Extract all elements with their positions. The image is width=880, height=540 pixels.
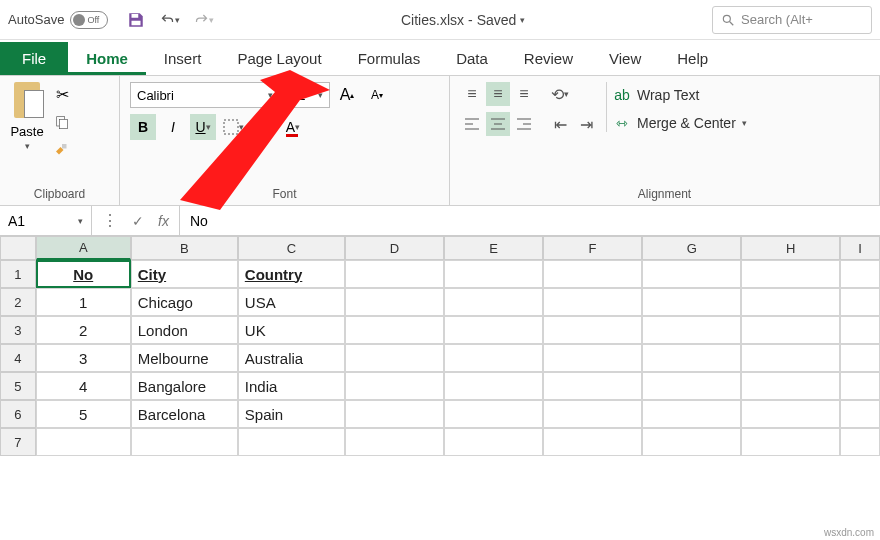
cell[interactable]: India [238, 372, 345, 400]
wrap-text-button[interactable]: ab Wrap Text [613, 86, 747, 104]
cell[interactable]: UK [238, 316, 345, 344]
paste-button[interactable]: Paste ▾ [10, 82, 44, 151]
col-head-i[interactable]: I [840, 236, 880, 260]
row-head[interactable]: 7 [0, 428, 36, 456]
cell[interactable] [345, 288, 444, 316]
cell[interactable]: USA [238, 288, 345, 316]
cell[interactable]: Barcelona [131, 400, 238, 428]
cell[interactable] [444, 260, 543, 288]
align-bottom-icon[interactable]: ≡ [512, 82, 536, 106]
cell[interactable]: Australia [238, 344, 345, 372]
cell[interactable] [543, 260, 642, 288]
increase-indent-icon[interactable]: ⇥ [574, 112, 598, 136]
col-head-a[interactable]: A [36, 236, 131, 260]
cell[interactable] [840, 316, 880, 344]
cell[interactable]: 4 [36, 372, 131, 400]
row-head[interactable]: 3 [0, 316, 36, 344]
orientation-icon[interactable]: ⟲▾ [548, 82, 572, 106]
autosave-toggle[interactable]: AutoSave Off [8, 11, 108, 29]
cell[interactable] [36, 428, 131, 456]
format-painter-icon[interactable] [52, 140, 72, 160]
tab-help[interactable]: Help [659, 42, 726, 75]
formula-input[interactable]: No [180, 213, 880, 229]
save-icon[interactable] [126, 10, 146, 30]
select-all-corner[interactable] [0, 236, 36, 260]
fx-cancel-icon[interactable]: ✓ [132, 213, 144, 229]
cell[interactable] [543, 288, 642, 316]
align-top-icon[interactable]: ≡ [460, 82, 484, 106]
undo-icon[interactable]: ▾ [160, 10, 180, 30]
cell[interactable] [741, 288, 840, 316]
tab-file[interactable]: File [0, 42, 68, 75]
cell[interactable] [741, 400, 840, 428]
grow-font-icon[interactable]: A▴ [334, 82, 360, 108]
cut-icon[interactable]: ✂ [52, 84, 72, 104]
cell[interactable] [345, 316, 444, 344]
font-color-button[interactable]: A▾ [280, 114, 306, 140]
col-head-g[interactable]: G [642, 236, 741, 260]
col-head-d[interactable]: D [345, 236, 444, 260]
cell[interactable]: Country [238, 260, 345, 288]
cell[interactable]: No [36, 260, 131, 288]
cell[interactable] [741, 428, 840, 456]
cell[interactable] [642, 316, 741, 344]
cell[interactable] [840, 288, 880, 316]
name-box[interactable]: A1 ▾ [0, 206, 92, 235]
cell[interactable] [840, 372, 880, 400]
cell[interactable] [444, 428, 543, 456]
cell[interactable]: Chicago [131, 288, 238, 316]
col-head-c[interactable]: C [238, 236, 345, 260]
decrease-indent-icon[interactable]: ⇤ [548, 112, 572, 136]
cell[interactable] [543, 372, 642, 400]
tab-review[interactable]: Review [506, 42, 591, 75]
tab-page-layout[interactable]: Page Layout [219, 42, 339, 75]
col-head-b[interactable]: B [131, 236, 238, 260]
search-input[interactable]: Search (Alt+ [712, 6, 872, 34]
cell[interactable]: City [131, 260, 238, 288]
row-head[interactable]: 2 [0, 288, 36, 316]
align-center-icon[interactable] [486, 112, 510, 136]
cell[interactable]: Melbourne [131, 344, 238, 372]
cell[interactable] [840, 428, 880, 456]
cell[interactable]: London [131, 316, 238, 344]
cell[interactable] [543, 316, 642, 344]
col-head-e[interactable]: E [444, 236, 543, 260]
document-title[interactable]: Cities.xlsx - Saved ▾ [214, 12, 712, 28]
cell[interactable] [444, 344, 543, 372]
cell[interactable] [444, 372, 543, 400]
cell[interactable]: 5 [36, 400, 131, 428]
cell[interactable] [642, 372, 741, 400]
tab-insert[interactable]: Insert [146, 42, 220, 75]
cell[interactable] [741, 260, 840, 288]
fill-color-button[interactable]: ▾ [250, 114, 276, 140]
font-size-select[interactable]: 11▾ [284, 82, 330, 108]
underline-button[interactable]: U▾ [190, 114, 216, 140]
font-name-select[interactable]: Calibri▾ [130, 82, 280, 108]
cell[interactable] [543, 428, 642, 456]
cell[interactable] [642, 344, 741, 372]
bold-button[interactable]: B [130, 114, 156, 140]
tab-view[interactable]: View [591, 42, 659, 75]
border-button[interactable]: ▾ [220, 114, 246, 140]
tab-home[interactable]: Home [68, 42, 146, 75]
col-head-f[interactable]: F [543, 236, 642, 260]
fx-icon[interactable]: fx [158, 213, 169, 229]
fx-colon-icon[interactable]: ⋮ [102, 211, 118, 230]
cell[interactable] [741, 372, 840, 400]
cell[interactable]: Bangalore [131, 372, 238, 400]
cell[interactable] [238, 428, 345, 456]
cell[interactable] [345, 344, 444, 372]
cell[interactable]: 2 [36, 316, 131, 344]
tab-data[interactable]: Data [438, 42, 506, 75]
toggle-switch[interactable]: Off [70, 11, 108, 29]
cell[interactable] [444, 316, 543, 344]
row-head[interactable]: 4 [0, 344, 36, 372]
cell[interactable] [131, 428, 238, 456]
cell[interactable]: Spain [238, 400, 345, 428]
italic-button[interactable]: I [160, 114, 186, 140]
cell[interactable] [444, 400, 543, 428]
cell[interactable] [543, 400, 642, 428]
cell[interactable] [840, 344, 880, 372]
cell[interactable] [543, 344, 642, 372]
cell[interactable] [741, 344, 840, 372]
